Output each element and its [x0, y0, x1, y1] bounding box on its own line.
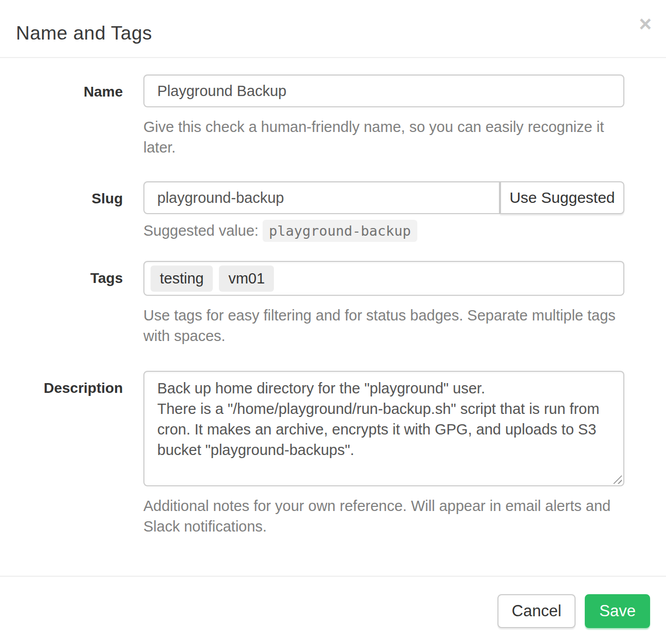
tags-help-text: Use tags for easy filtering and for stat…	[143, 305, 624, 346]
description-row: Description Back up home directory for t…	[15, 371, 651, 537]
name-control-col: Give this check a human-friendly name, s…	[143, 74, 624, 158]
dialog-body: Name Give this check a human-friendly na…	[0, 58, 666, 576]
dialog-title: Name and Tags	[16, 23, 152, 44]
save-button[interactable]: Save	[585, 594, 650, 628]
slug-row: Slug Use Suggested Suggested value: play…	[15, 181, 651, 239]
slug-label: Slug	[91, 191, 123, 206]
cancel-button[interactable]: Cancel	[497, 594, 576, 628]
name-and-tags-dialog: Name and Tags × Name Give this check a h…	[0, 0, 666, 644]
slug-suggested-value: playground-backup	[263, 220, 417, 242]
name-label-col: Name	[15, 74, 143, 158]
tags-label-col: Tags	[15, 261, 143, 346]
description-control-col: Back up home directory for the "playgrou…	[143, 371, 624, 537]
close-icon[interactable]: ×	[639, 13, 652, 35]
description-textarea[interactable]: Back up home directory for the "playgrou…	[143, 371, 624, 486]
tag-chip-testing[interactable]: testing	[151, 266, 213, 292]
use-suggested-button[interactable]: Use Suggested	[500, 181, 624, 214]
name-help-text: Give this check a human-friendly name, s…	[143, 117, 624, 158]
tags-row: Tags testing vm01 Use tags for easy filt…	[15, 261, 651, 346]
tag-chip-vm01[interactable]: vm01	[219, 266, 274, 292]
name-label: Name	[84, 84, 123, 100]
description-textarea-wrap: Back up home directory for the "playgrou…	[143, 371, 624, 486]
description-help-text: Additional notes for your own reference.…	[143, 496, 624, 537]
slug-label-col: Slug	[15, 181, 143, 239]
slug-suggested-prefix: Suggested value:	[143, 222, 258, 239]
description-label: Description	[44, 380, 123, 396]
dialog-footer: Cancel Save	[0, 576, 666, 644]
tags-input[interactable]: testing vm01	[143, 261, 624, 296]
name-input[interactable]	[143, 74, 624, 107]
description-label-col: Description	[15, 371, 143, 537]
name-row: Name Give this check a human-friendly na…	[15, 74, 651, 158]
slug-input-group: Use Suggested	[143, 181, 624, 214]
slug-control-col: Use Suggested Suggested value: playgroun…	[143, 181, 624, 239]
tags-control-col: testing vm01 Use tags for easy filtering…	[143, 261, 624, 346]
slug-suggested-line: Suggested value: playground-backup	[143, 222, 624, 239]
slug-input[interactable]	[143, 181, 500, 214]
tags-label: Tags	[90, 270, 123, 286]
dialog-header: Name and Tags ×	[0, 0, 666, 58]
